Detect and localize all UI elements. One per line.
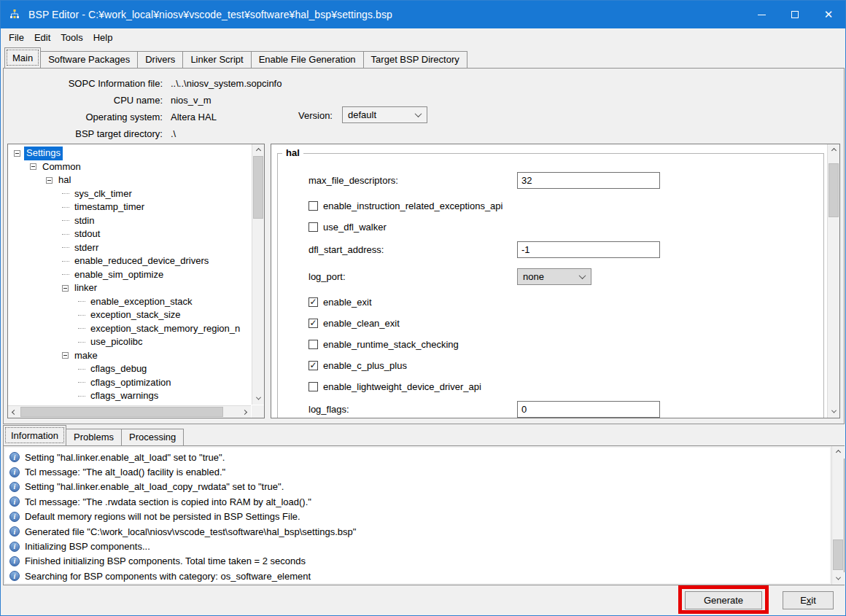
scroll-up-icon[interactable] [828,144,840,157]
tab-target-bsp-directory[interactable]: Target BSP Directory [363,51,467,68]
tree-label[interactable]: cflags_warnings [88,389,160,403]
tree-item-enable-exception-stack[interactable]: enable_exception_stack [9,295,250,309]
generate-button[interactable]: Generate [685,591,762,609]
menu-file[interactable]: File [4,31,29,44]
scroll-down-icon[interactable] [828,405,840,418]
scroll-up-icon[interactable] [252,144,265,157]
field-max-file-descriptors[interactable] [517,172,660,189]
bsp-editor-window: BSP Editor - C:¥work_local¥niosv¥vscode_… [0,0,846,616]
tree-label[interactable]: sys_clk_timer [72,187,134,201]
tree-label[interactable]: stdout [72,227,102,241]
tree-item-cflags-warnings[interactable]: cflags_warnings [9,389,250,403]
tree-label[interactable]: use_picolibc [88,335,145,349]
tree-item-cflags-debug[interactable]: cflags_debug [9,362,250,376]
tree-item-exception-stack-memory-region-n[interactable]: exception_stack_memory_region_n [9,322,250,336]
tree-label[interactable]: cflags_debug [88,362,149,376]
tree-label[interactable]: linker [72,281,99,295]
tab-software-packages[interactable]: Software Packages [40,51,138,68]
tree-collapse-icon[interactable] [46,177,53,184]
tab-processing[interactable]: Processing [121,429,184,445]
tree-hscroll-thumb[interactable] [20,407,223,417]
version-select[interactable]: default [342,106,427,123]
tree-label[interactable]: enable_exception_stack [88,295,195,309]
log-message: Initializing BSP components... [25,541,150,552]
field-log-flags[interactable] [517,401,660,418]
tree-item-stderr[interactable]: stderr [9,241,250,255]
tree-item-cflags-optimization[interactable]: cflags_optimization [9,376,250,390]
scroll-left-icon[interactable] [8,406,20,418]
menu-edit[interactable]: Edit [29,31,55,44]
field-dfl-start-address[interactable] [517,241,660,258]
tree-item-stdout[interactable]: stdout [9,227,250,241]
tab-drivers[interactable]: Drivers [137,51,183,68]
tree-collapse-icon[interactable] [30,163,36,170]
tree-horizontal-scrollbar[interactable] [8,405,251,418]
tree-item-common[interactable]: Common [9,160,250,174]
tree-label[interactable]: hal [56,174,73,187]
tab-main[interactable]: Main [4,47,41,68]
info-row: BSP target directory:.\ [4,125,282,142]
log-vscroll-thumb[interactable] [833,539,843,570]
log-vertical-scrollbar[interactable] [831,446,844,585]
checkbox-enable-runtime-stack-checking[interactable] [308,340,318,349]
tree-label[interactable]: exception_stack_memory_region_n [88,322,242,336]
tree-label[interactable]: timestamp_timer [72,200,147,214]
tree-item-enable-sim-optimize[interactable]: enable_sim_optimize [9,268,250,282]
close-button[interactable]: ✕ [812,1,845,28]
tab-information[interactable]: Information [3,425,66,445]
tree-item-make[interactable]: make [9,349,250,363]
log-row: iTcl message: "The alt_load() facility i… [9,464,826,479]
tree-label[interactable]: make [72,349,100,363]
tab-linker-script[interactable]: Linker Script [182,51,251,68]
tab-enable-file-generation[interactable]: Enable File Generation [251,51,364,68]
tree-collapse-icon[interactable] [14,150,20,157]
tree-collapse-icon[interactable] [62,352,69,359]
tree-item-sys-clk-timer[interactable]: sys_clk_timer [9,187,250,201]
tab-problems[interactable]: Problems [66,429,122,445]
tree-collapse-icon[interactable] [62,285,69,292]
tree-item-exception-stack-size[interactable]: exception_stack_size [9,308,250,322]
maximize-icon [791,11,799,18]
maximize-button[interactable] [778,1,812,28]
select-log-port[interactable]: none [517,268,591,285]
log-message: Setting "hal.linker.enable_alt_load" set… [25,452,225,463]
tree-label[interactable]: Common [40,160,83,174]
scroll-up-icon[interactable] [832,446,845,459]
checkbox-enable-instruction-related-exceptions-api[interactable] [308,201,318,211]
menu-help[interactable]: Help [88,31,118,44]
checkbox-enable-c-plus-plus[interactable]: ✓ [308,361,318,370]
tree-label[interactable]: cflags_optimization [88,376,174,390]
field-label: dfl_start_address: [308,244,517,255]
settings-vertical-scrollbar[interactable] [827,144,839,418]
settings-vscroll-thumb[interactable] [828,163,839,217]
checkbox-enable-lightweight-device-driver-api[interactable] [308,382,318,391]
tree-item-use-picolibc[interactable]: use_picolibc [9,335,250,349]
exit-button[interactable]: Exit [783,591,834,609]
tree-label[interactable]: exception_stack_size [88,308,183,322]
menu-tools[interactable]: Tools [55,31,88,44]
tree-item-enable-reduced-device-drivers[interactable]: enable_reduced_device_drivers [9,254,250,268]
close-icon: ✕ [824,8,834,21]
tree-item-linker[interactable]: linker [9,281,250,295]
tree-item-timestamp-timer[interactable]: timestamp_timer [9,200,250,214]
tree-label[interactable]: enable_reduced_device_drivers [72,254,211,268]
info-row: CPU name:nios_v_m [4,92,282,109]
tree-label[interactable]: stdin [72,214,96,228]
minimize-button[interactable] [745,1,778,28]
scroll-down-icon[interactable] [252,392,265,405]
tree-label[interactable]: stderr [72,241,101,255]
tree-vertical-scrollbar[interactable] [252,144,264,405]
tree-item-settings[interactable]: Settings [9,147,250,160]
tree-vscroll-thumb[interactable] [253,156,263,219]
checkbox-enable-exit[interactable]: ✓ [308,297,318,307]
tree-label[interactable]: enable_sim_optimize [72,268,166,282]
tree-label[interactable]: Settings [24,147,63,160]
hal-fields: max_file_descriptors:enable_instruction_… [308,154,815,418]
checkbox-use-dfl-walker[interactable] [308,222,318,232]
field-row: use_dfl_walker [308,219,815,234]
scroll-right-icon[interactable] [238,406,251,418]
tree-item-stdin[interactable]: stdin [9,214,250,228]
checkbox-enable-clean-exit[interactable]: ✓ [308,319,318,328]
tree-item-hal[interactable]: hal [9,174,250,187]
scroll-down-icon[interactable] [832,572,845,585]
